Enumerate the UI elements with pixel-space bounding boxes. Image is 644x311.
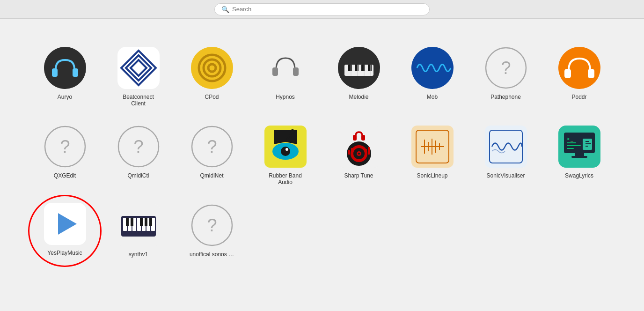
svg-point-0 bbox=[44, 47, 86, 89]
svg-text:?: ? bbox=[207, 137, 217, 156]
app-item-pathephone[interactable]: ? Pathephone bbox=[469, 37, 542, 116]
app-item-sharptune[interactable]: Sharp Tune bbox=[322, 116, 395, 195]
svg-rect-96 bbox=[145, 218, 147, 226]
svg-rect-51 bbox=[351, 148, 353, 155]
svg-rect-93 bbox=[126, 218, 129, 226]
app-name-pathephone: Pathephone bbox=[490, 94, 521, 100]
app-icon-unoffsonos: ? bbox=[191, 204, 233, 246]
app-item-swaglyrics[interactable]: > _ SwagLyrics bbox=[542, 116, 616, 195]
svg-rect-52 bbox=[365, 149, 367, 155]
app-item-beatconnect[interactable]: Beatconnect Client bbox=[102, 37, 175, 116]
app-icon-rubberband bbox=[264, 126, 307, 168]
app-icon-yesplaymusic bbox=[44, 203, 86, 245]
app-icon-hypnos bbox=[264, 47, 307, 89]
app-item-sonicvisualiser[interactable]: SonicVisualiser bbox=[469, 116, 542, 195]
app-name-auryo: Auryo bbox=[58, 94, 72, 100]
svg-rect-72 bbox=[571, 156, 587, 158]
app-item-qxgedit[interactable]: ? QXGEdit bbox=[28, 116, 102, 195]
app-name-melodie: Melodie bbox=[349, 94, 368, 100]
app-item-unoffsonos[interactable]: ? unoffical sonos … bbox=[175, 195, 249, 267]
app-item-mob[interactable]: Mob bbox=[395, 37, 469, 116]
app-icon-qxgedit: ? bbox=[44, 126, 86, 168]
app-name-swaglyrics: SwagLyrics bbox=[565, 172, 593, 179]
top-bar: 🔍 bbox=[0, 0, 644, 19]
app-grid: Auryo Beatconnect Client CPod Hypnos bbox=[0, 19, 644, 286]
app-name-sonicvisualiser: SonicVisualiser bbox=[487, 172, 525, 179]
app-name-cpod: CPod bbox=[205, 94, 219, 100]
app-icon-mob bbox=[411, 47, 454, 89]
app-name-beatconnect: Beatconnect Client bbox=[115, 94, 162, 107]
svg-point-38 bbox=[285, 148, 288, 151]
app-item-poddr[interactable]: Poddr bbox=[542, 37, 616, 116]
svg-rect-76 bbox=[567, 145, 581, 146]
svg-rect-75 bbox=[567, 142, 576, 143]
svg-point-7 bbox=[191, 47, 233, 89]
svg-text:?: ? bbox=[60, 137, 70, 156]
app-name-yesplaymusic: YesPlayMusic bbox=[47, 250, 82, 256]
svg-rect-1 bbox=[52, 68, 58, 77]
svg-rect-17 bbox=[361, 65, 365, 71]
app-item-melodie[interactable]: Melodie bbox=[322, 37, 395, 116]
app-item-qmidinet[interactable]: ? QmidiNet bbox=[175, 116, 249, 195]
app-name-rubberband: Rubber Band Audio bbox=[262, 172, 309, 185]
app-icon-qmidictl: ? bbox=[117, 126, 160, 168]
svg-point-37 bbox=[281, 147, 290, 156]
app-name-qxgedit: QXGEdit bbox=[54, 172, 76, 179]
app-icon-soniclineup bbox=[411, 126, 454, 168]
svg-rect-12 bbox=[293, 67, 299, 76]
svg-rect-43 bbox=[353, 135, 357, 141]
search-input[interactable] bbox=[232, 6, 423, 13]
app-item-soniclineup[interactable]: SonicLineup bbox=[395, 116, 469, 195]
svg-point-41 bbox=[290, 129, 295, 134]
app-icon-sharptune bbox=[338, 126, 380, 168]
app-icon-auryo bbox=[44, 47, 86, 89]
app-icon-swaglyrics: > _ bbox=[558, 126, 600, 168]
svg-point-26 bbox=[558, 47, 600, 89]
app-icon-poddr bbox=[558, 47, 600, 89]
svg-rect-44 bbox=[361, 135, 365, 141]
app-item-yesplaymusic[interactable]: YesPlayMusic bbox=[28, 195, 102, 267]
app-name-qmidictl: QmidiCtl bbox=[127, 172, 149, 179]
svg-rect-16 bbox=[355, 65, 359, 71]
svg-rect-50 bbox=[348, 150, 350, 155]
app-item-rubberband[interactable]: Rubber Band Audio bbox=[249, 116, 322, 195]
svg-text:>: > bbox=[567, 136, 570, 141]
svg-point-49 bbox=[358, 153, 360, 155]
app-icon-sonicvisualiser bbox=[485, 126, 527, 168]
app-icon-synthv1 bbox=[117, 204, 160, 246]
svg-rect-15 bbox=[348, 65, 352, 71]
app-name-soniclineup: SonicLineup bbox=[417, 172, 447, 179]
svg-rect-53 bbox=[368, 147, 370, 155]
svg-rect-18 bbox=[368, 65, 372, 71]
app-icon-cpod bbox=[191, 47, 233, 89]
svg-text:?: ? bbox=[133, 137, 143, 156]
app-name-poddr: Poddr bbox=[571, 94, 586, 100]
app-icon-beatconnect bbox=[117, 47, 160, 89]
svg-rect-71 bbox=[575, 153, 584, 156]
app-name-synthv1: synthv1 bbox=[129, 251, 148, 258]
app-item-hypnos[interactable]: Hypnos bbox=[249, 37, 322, 116]
svg-text:?: ? bbox=[207, 215, 217, 235]
app-item-synthv1[interactable]: synthv1 bbox=[102, 195, 175, 267]
app-item-cpod[interactable]: CPod bbox=[175, 37, 249, 116]
app-icon-qmidinet: ? bbox=[191, 126, 233, 168]
svg-rect-77 bbox=[567, 148, 574, 149]
search-box[interactable]: 🔍 bbox=[214, 3, 430, 15]
app-icon-melodie bbox=[338, 47, 380, 89]
app-item-qmidictl[interactable]: ? QmidiCtl bbox=[102, 116, 175, 195]
search-icon: 🔍 bbox=[221, 6, 229, 13]
app-name-qmidinet: QmidiNet bbox=[200, 172, 223, 179]
app-name-hypnos: Hypnos bbox=[276, 94, 295, 100]
app-name-sharptune: Sharp Tune bbox=[344, 172, 373, 179]
svg-rect-28 bbox=[588, 69, 594, 78]
svg-text:_: _ bbox=[571, 136, 574, 142]
svg-rect-2 bbox=[73, 68, 78, 77]
svg-rect-95 bbox=[140, 218, 143, 226]
app-item-auryo[interactable]: Auryo bbox=[28, 37, 102, 116]
svg-rect-97 bbox=[149, 218, 152, 226]
app-name-unoffsonos: unoffical sonos … bbox=[190, 251, 234, 258]
svg-rect-94 bbox=[131, 218, 133, 226]
svg-rect-11 bbox=[272, 67, 278, 76]
svg-text:?: ? bbox=[501, 58, 511, 78]
app-name-mob: Mob bbox=[427, 94, 438, 100]
